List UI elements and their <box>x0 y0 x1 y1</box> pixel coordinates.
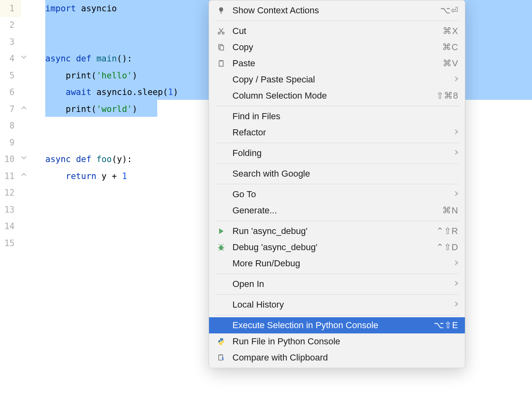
menu-shortcut: ⌃⇧D <box>436 242 458 253</box>
fold-collapse-icon[interactable] <box>21 54 27 60</box>
line-number: 6 <box>0 84 21 101</box>
menu-item-label: Paste <box>232 58 443 69</box>
menu-item-more-run-debug[interactable]: More Run/Debug <box>209 255 465 272</box>
svg-rect-3 <box>220 46 224 50</box>
menu-item-label: Run 'async_debug' <box>232 226 436 236</box>
menu-item-search-with-google[interactable]: Search with Google <box>209 166 465 182</box>
line-number: 13 <box>0 201 21 218</box>
cut-icon <box>215 26 227 36</box>
menu-item-column-selection-mode[interactable]: Column Selection Mode⇧⌘8 <box>209 88 465 104</box>
menu-item-debug-async-debug[interactable]: Debug 'async_debug'⌃⇧D <box>209 239 465 255</box>
menu-item-label: Debug 'async_debug' <box>232 242 436 253</box>
svg-rect-5 <box>220 60 222 61</box>
menu-item-label: Go To <box>232 189 451 200</box>
fold-collapse-icon[interactable] <box>21 155 27 160</box>
submenu-arrow-icon <box>454 150 458 157</box>
fold-expand-icon[interactable] <box>21 105 27 111</box>
menu-item-label: Search with Google <box>232 169 458 179</box>
menu-item-run-async-debug[interactable]: Run 'async_debug'⌃⇧R <box>209 223 465 239</box>
menu-item-label: Open In <box>232 279 451 289</box>
svg-rect-4 <box>219 61 223 66</box>
svg-rect-8 <box>220 354 222 356</box>
menu-item-label: Refactor <box>232 127 451 138</box>
menu-item-go-to[interactable]: Go To <box>209 186 465 202</box>
menu-shortcut: ⌥⏎ <box>440 5 458 16</box>
menu-item-run-file-in-python-console[interactable]: Run File in Python Console <box>209 333 465 350</box>
menu-item-cut[interactable]: Cut⌘X <box>209 23 465 39</box>
line-number: 1 <box>0 0 21 17</box>
line-number: 15 <box>0 235 21 252</box>
submenu-arrow-icon <box>454 129 458 136</box>
menu-item-find-in-files[interactable]: Find in Files <box>209 108 465 124</box>
submenu-arrow-icon <box>454 260 458 267</box>
line-number: 5 <box>0 67 21 84</box>
fold-gutter <box>21 0 45 409</box>
menu-separator <box>215 294 458 295</box>
submenu-arrow-icon <box>454 280 458 288</box>
menu-separator <box>215 274 458 274</box>
menu-item-label: Folding <box>232 148 451 158</box>
fold-expand-icon[interactable] <box>21 172 27 177</box>
menu-item-label: Find in Files <box>232 111 458 122</box>
context-menu: Show Context Actions⌥⏎Cut⌘XCopy⌘CPaste⌘V… <box>209 0 465 368</box>
debug-icon <box>215 242 227 252</box>
paste-icon <box>215 59 227 68</box>
menu-item-label: More Run/Debug <box>232 258 451 269</box>
menu-shortcut: ⌘V <box>443 58 458 69</box>
menu-item-local-history[interactable]: Local History <box>209 297 465 313</box>
menu-item-label: Execute Selection in Python Console <box>232 320 434 331</box>
run-icon <box>215 226 227 236</box>
line-number: 7 <box>0 101 21 118</box>
menu-item-folding[interactable]: Folding <box>209 145 465 161</box>
compare-icon <box>215 353 227 363</box>
menu-item-label: Generate... <box>232 205 442 216</box>
python-icon <box>215 337 227 346</box>
menu-item-paste[interactable]: Paste⌘V <box>209 55 465 72</box>
line-number: 9 <box>0 134 21 151</box>
menu-item-label: Local History <box>232 299 451 310</box>
menu-separator <box>215 106 458 106</box>
menu-item-copy-paste-special[interactable]: Copy / Paste Special <box>209 72 465 88</box>
menu-separator <box>215 315 458 315</box>
submenu-arrow-icon <box>454 76 458 83</box>
menu-separator <box>215 143 458 143</box>
menu-separator <box>215 163 458 164</box>
menu-item-label: Copy / Paste Special <box>232 74 451 85</box>
svg-point-0 <box>218 32 220 34</box>
line-number: 2 <box>0 17 21 34</box>
svg-point-6 <box>219 245 223 250</box>
menu-item-label: Cut <box>232 26 443 36</box>
line-number: 10 <box>0 151 21 168</box>
menu-shortcut: ⌥⇧E <box>434 320 458 331</box>
menu-item-show-context-actions[interactable]: Show Context Actions⌥⏎ <box>209 2 465 19</box>
line-number: 12 <box>0 185 21 202</box>
menu-shortcut: ⌘C <box>442 42 458 53</box>
menu-separator <box>215 21 458 21</box>
menu-item-label: Compare with Clipboard <box>232 352 458 363</box>
menu-separator <box>215 221 458 221</box>
menu-item-label: Copy <box>232 42 442 53</box>
menu-shortcut: ⌘X <box>443 26 458 36</box>
menu-separator <box>215 184 458 184</box>
menu-item-execute-selection-in-python-console[interactable]: Execute Selection in Python Console⌥⇧E <box>209 317 465 333</box>
menu-item-generate[interactable]: Generate...⌘N <box>209 202 465 219</box>
menu-item-label: Column Selection Mode <box>232 91 436 101</box>
submenu-arrow-icon <box>454 301 458 308</box>
menu-item-copy[interactable]: Copy⌘C <box>209 39 465 55</box>
menu-shortcut: ⌃⇧R <box>436 226 458 236</box>
line-number: 3 <box>0 34 21 51</box>
svg-point-1 <box>222 32 224 34</box>
menu-item-open-in[interactable]: Open In <box>209 276 465 292</box>
menu-item-label: Show Context Actions <box>232 5 440 16</box>
menu-shortcut: ⇧⌘8 <box>436 91 458 101</box>
menu-item-compare-with-clipboard[interactable]: Compare with Clipboard <box>209 350 465 366</box>
copy-icon <box>215 42 227 52</box>
line-number-gutter: 1 2 3 4 5 6 7 8 9 10 11 12 13 14 15 <box>0 0 21 409</box>
menu-item-refactor[interactable]: Refactor <box>209 124 465 141</box>
line-number: 14 <box>0 218 21 235</box>
line-number: 4 <box>0 51 21 67</box>
bulb-icon <box>215 6 227 15</box>
menu-item-label: Run File in Python Console <box>232 336 458 347</box>
line-number: 8 <box>0 118 21 135</box>
line-number: 11 <box>0 168 21 185</box>
